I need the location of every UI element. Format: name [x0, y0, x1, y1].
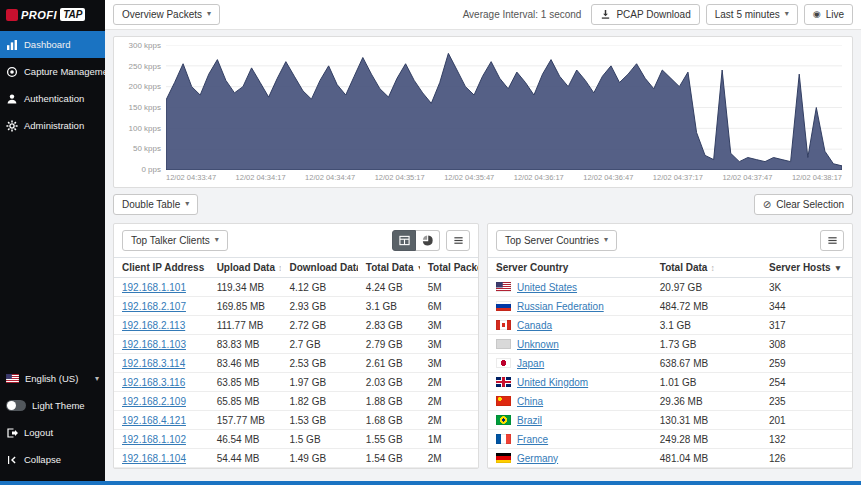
sidebar-item-theme[interactable]: Light Theme [0, 392, 105, 419]
live-button[interactable]: ◉ Live [804, 4, 853, 25]
left-table-selector-dropdown[interactable]: Top Talker Clients ▾ [122, 230, 228, 251]
table-row[interactable]: 192.168.1.10383.83 MB2.7 GB2.79 GB3M [114, 335, 478, 354]
data-cell: 2.83 GB [358, 316, 420, 335]
data-cell: 2.72 GB [281, 316, 357, 335]
pcap-download-button[interactable]: PCAP Download [591, 4, 699, 25]
x-tick-label: 12/02 04:36:17 [514, 173, 564, 185]
column-header-client-ip-address[interactable]: Client IP Address [114, 258, 209, 278]
table-row[interactable]: France249.28 MB132 [488, 430, 852, 449]
sidebar-item-collapse[interactable]: Collapse [0, 446, 105, 473]
sort-desc-icon: ▼ [416, 263, 419, 273]
data-cell: 63.85 MB [209, 373, 282, 392]
chart-plot-area[interactable] [166, 45, 842, 170]
table-row[interactable]: Japan638.67 MB259 [488, 354, 852, 373]
client-ip-link[interactable]: 192.168.3.116 [122, 377, 185, 388]
traffic-chart-svg [166, 45, 842, 170]
layout-dropdown[interactable]: Double Table ▾ [113, 194, 198, 215]
table-row[interactable]: 192.168.1.10246.54 MB1.5 GB1.55 GB1M [114, 430, 478, 449]
client-ip-link[interactable]: 192.168.1.101 [122, 282, 186, 293]
x-tick-label: 12/02 04:37:47 [722, 173, 772, 185]
country-link[interactable]: United States [517, 282, 577, 293]
pie-view-button[interactable] [416, 230, 440, 251]
data-cell: 1.88 GB [358, 392, 420, 411]
table-row[interactable]: Unknown1.73 GB308 [488, 335, 852, 354]
pcap-download-label: PCAP Download [616, 9, 690, 20]
table-row[interactable]: 192.168.4.121157.77 MB1.53 GB1.68 GB2M [114, 411, 478, 430]
column-header-total-packets[interactable]: Total Packets↕ [420, 258, 478, 278]
table-row[interactable]: Brazil130.31 MB201 [488, 411, 852, 430]
live-label: Live [826, 9, 844, 20]
table-row[interactable]: 192.168.1.101119.34 MB4.12 GB4.24 GB5M [114, 278, 478, 297]
sidebar-item-administration[interactable]: Administration [0, 112, 105, 139]
sidebar-item-dashboard[interactable]: Dashboard [0, 31, 105, 58]
table-row[interactable]: United States20.97 GB3K [488, 278, 852, 297]
clear-selection-button[interactable]: ⊘ Clear Selection [754, 194, 853, 215]
theme-toggle[interactable] [6, 400, 26, 411]
country-link[interactable]: China [517, 396, 543, 407]
client-ip-link[interactable]: 192.168.2.107 [122, 301, 186, 312]
column-header-total-data[interactable]: Total Data▼ [358, 258, 420, 278]
right-table-menu-button[interactable] [820, 230, 844, 251]
country-link[interactable]: Brazil [517, 415, 542, 426]
column-header-server-country[interactable]: Server Country [488, 258, 652, 278]
country-link[interactable]: Japan [517, 358, 544, 369]
country-link[interactable]: Canada [517, 320, 552, 331]
table-row[interactable]: Russian Federation484.72 MB344 [488, 297, 852, 316]
sidebar-item-authentication[interactable]: Authentication [0, 85, 105, 112]
x-tick-label: 12/02 04:37:17 [653, 173, 703, 185]
sidebar-item-logout[interactable]: Logout [0, 419, 105, 446]
data-cell: 249.28 MB [652, 430, 761, 449]
data-cell: 1.53 GB [281, 411, 357, 430]
client-ip-link[interactable]: 192.168.1.104 [122, 453, 186, 464]
column-header-server-hosts[interactable]: Server Hosts▼ [761, 258, 852, 278]
table-row[interactable]: 192.168.3.11483.46 MB2.53 GB2.61 GB3M [114, 354, 478, 373]
data-cell: 2M [420, 373, 478, 392]
country-link[interactable]: France [517, 434, 548, 445]
country-link[interactable]: Germany [517, 453, 558, 464]
column-header-download-data[interactable]: Download Data↕ [281, 258, 357, 278]
table-row[interactable]: 192.168.2.113111.77 MB2.72 GB2.83 GB3M [114, 316, 478, 335]
right-table-selector-dropdown[interactable]: Top Server Countries ▾ [496, 230, 617, 251]
table-row[interactable]: China29.36 MB235 [488, 392, 852, 411]
sidebar-item-capture-management[interactable]: Capture Management [0, 58, 105, 85]
table-row[interactable]: United Kingdom1.01 GB254 [488, 373, 852, 392]
collapse-label: Collapse [24, 454, 61, 465]
table-row[interactable]: 192.168.3.11663.85 MB1.97 GB2.03 GB2M [114, 373, 478, 392]
column-header-total-data[interactable]: Total Data↕ [652, 258, 761, 278]
country-link[interactable]: Unknown [517, 339, 559, 350]
sidebar: PROFI TAP Dashboard Capture Management A… [0, 0, 105, 481]
data-cell: 46.54 MB [209, 430, 282, 449]
data-cell: 3M [420, 354, 478, 373]
hamburger-menu-icon [827, 235, 838, 246]
sidebar-item-language[interactable]: English (US) ▾ [0, 365, 105, 392]
client-ip-link[interactable]: 192.168.1.103 [122, 339, 186, 350]
chevron-down-icon: ▾ [95, 374, 99, 383]
x-tick-label: 12/02 04:34:47 [305, 173, 355, 185]
chevron-down-icon: ▾ [185, 200, 189, 209]
table-row[interactable]: Canada3.1 GB317 [488, 316, 852, 335]
country-link[interactable]: United Kingdom [517, 377, 588, 388]
client-ip-link[interactable]: 192.168.1.102 [122, 434, 186, 445]
data-cell: 1.97 GB [281, 373, 357, 392]
layout-label: Double Table [122, 199, 180, 210]
controls-row: Double Table ▾ ⊘ Clear Selection [105, 192, 861, 223]
table-view-button[interactable] [392, 230, 416, 251]
client-ip-link[interactable]: 192.168.2.113 [122, 320, 185, 331]
table-row[interactable]: 192.168.2.107169.85 MB2.93 GB3.1 GB6M [114, 297, 478, 316]
bottom-accent-bar [0, 481, 861, 485]
left-table-body: 192.168.1.101119.34 MB4.12 GB4.24 GB5M19… [114, 278, 478, 468]
us-flag-icon [496, 282, 511, 292]
table-row[interactable]: 192.168.2.10965.85 MB1.82 GB1.88 GB2M [114, 392, 478, 411]
chevron-down-icon: ▾ [604, 236, 608, 245]
overview-packets-dropdown[interactable]: Overview Packets ▾ [113, 4, 220, 25]
time-range-dropdown[interactable]: Last 5 minutes ▾ [706, 4, 798, 25]
client-ip-link[interactable]: 192.168.4.121 [122, 415, 186, 426]
client-ip-link[interactable]: 192.168.3.114 [122, 358, 185, 369]
data-cell: 344 [761, 297, 852, 316]
left-table-menu-button[interactable] [446, 230, 470, 251]
table-row[interactable]: 192.168.1.10454.44 MB1.49 GB1.54 GB2M [114, 449, 478, 468]
table-row[interactable]: Germany481.04 MB126 [488, 449, 852, 468]
column-header-upload-data[interactable]: Upload Data↕ [209, 258, 282, 278]
country-link[interactable]: Russian Federation [517, 301, 604, 312]
client-ip-link[interactable]: 192.168.2.109 [122, 396, 186, 407]
